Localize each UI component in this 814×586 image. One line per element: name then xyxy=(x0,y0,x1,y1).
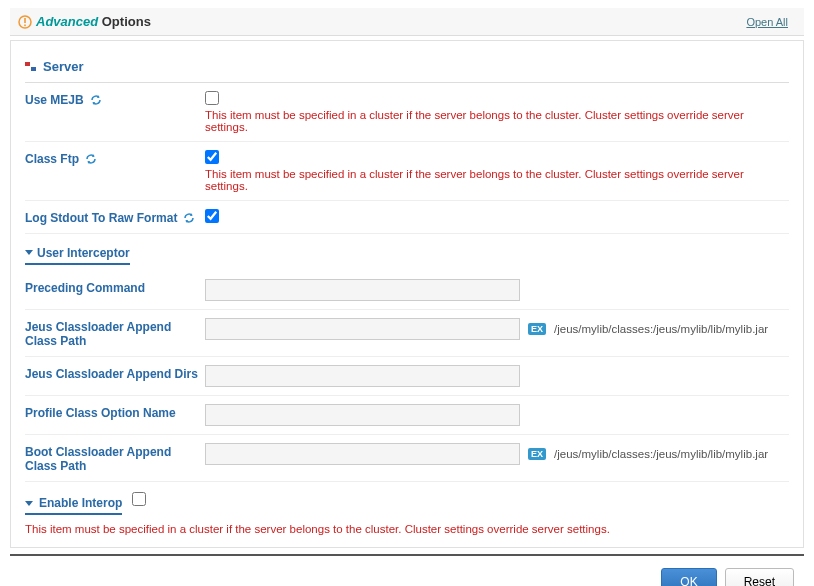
jeus-cl-append-cp-example: /jeus/mylib/classes:/jeus/mylib/lib/myli… xyxy=(554,323,768,335)
server-title: Server xyxy=(43,59,83,74)
server-panel: Server Use MEJB This item must be specif… xyxy=(10,40,804,548)
open-all-link[interactable]: Open All xyxy=(746,16,796,28)
ex-badge: EX xyxy=(528,323,546,335)
server-icon xyxy=(25,61,37,73)
chevron-down-icon xyxy=(25,250,33,255)
jeus-classloader-append-dirs-row: Jeus Classloader Append Dirs xyxy=(25,357,789,396)
boot-classloader-append-class-path-row: Boot Classloader Append Class Path EX /j… xyxy=(25,435,789,482)
user-interceptor-title: User Interceptor xyxy=(37,246,130,260)
log-stdout-label: Log Stdout To Raw Format xyxy=(25,211,177,225)
jeus-cl-append-cp-label: Jeus Classloader Append Class Path xyxy=(25,320,205,348)
jeus-cl-append-dirs-label: Jeus Classloader Append Dirs xyxy=(25,367,198,381)
reset-button[interactable]: Reset xyxy=(725,568,794,586)
sync-icon xyxy=(90,94,102,106)
log-stdout-checkbox[interactable] xyxy=(205,209,219,223)
class-ftp-label: Class Ftp xyxy=(25,152,79,166)
ex-badge: EX xyxy=(528,448,546,460)
preceding-command-input[interactable] xyxy=(205,279,520,301)
warning-icon xyxy=(18,15,32,29)
class-ftp-warning: This item must be specified in a cluster… xyxy=(205,168,789,192)
class-ftp-row: Class Ftp This item must be specified in… xyxy=(25,142,789,201)
boot-cl-append-cp-input[interactable] xyxy=(205,443,520,465)
jeus-classloader-append-class-path-row: Jeus Classloader Append Class Path EX /j… xyxy=(25,310,789,357)
svg-rect-4 xyxy=(31,67,36,71)
class-ftp-checkbox[interactable] xyxy=(205,150,219,164)
panel-title: Advanced Options xyxy=(36,14,151,29)
footer: OK Reset xyxy=(10,554,804,586)
ok-button[interactable]: OK xyxy=(661,568,716,586)
boot-cl-append-cp-label: Boot Classloader Append Class Path xyxy=(25,445,205,473)
preceding-command-row: Preceding Command xyxy=(25,271,789,310)
use-mejb-label: Use MEJB xyxy=(25,93,84,107)
enable-interop-label: Enable Interop xyxy=(39,496,122,510)
enable-interop-toggle[interactable]: Enable Interop xyxy=(25,496,122,515)
jeus-cl-append-cp-input[interactable] xyxy=(205,318,520,340)
advanced-options-header: Advanced Options Open All xyxy=(10,8,804,36)
user-interceptor-toggle[interactable]: User Interceptor xyxy=(25,246,130,265)
log-stdout-row: Log Stdout To Raw Format xyxy=(25,201,789,234)
svg-rect-2 xyxy=(24,24,26,26)
sync-icon xyxy=(183,212,195,224)
enable-interop-checkbox[interactable] xyxy=(132,492,146,506)
use-mejb-row: Use MEJB This item must be specified in … xyxy=(25,83,789,142)
jeus-cl-append-dirs-input[interactable] xyxy=(205,365,520,387)
profile-class-option-name-row: Profile Class Option Name xyxy=(25,396,789,435)
svg-rect-3 xyxy=(25,62,30,66)
profile-class-option-input[interactable] xyxy=(205,404,520,426)
preceding-command-label: Preceding Command xyxy=(25,281,145,295)
server-section-header: Server xyxy=(25,53,789,83)
use-mejb-checkbox[interactable] xyxy=(205,91,219,105)
use-mejb-warning: This item must be specified in a cluster… xyxy=(205,109,789,133)
enable-interop-warning: This item must be specified in a cluster… xyxy=(25,519,789,535)
chevron-down-icon xyxy=(25,501,33,506)
profile-class-option-label: Profile Class Option Name xyxy=(25,406,176,420)
svg-rect-1 xyxy=(24,18,26,23)
sync-icon xyxy=(85,153,97,165)
boot-cl-append-cp-example: /jeus/mylib/classes:/jeus/mylib/lib/myli… xyxy=(554,448,768,460)
